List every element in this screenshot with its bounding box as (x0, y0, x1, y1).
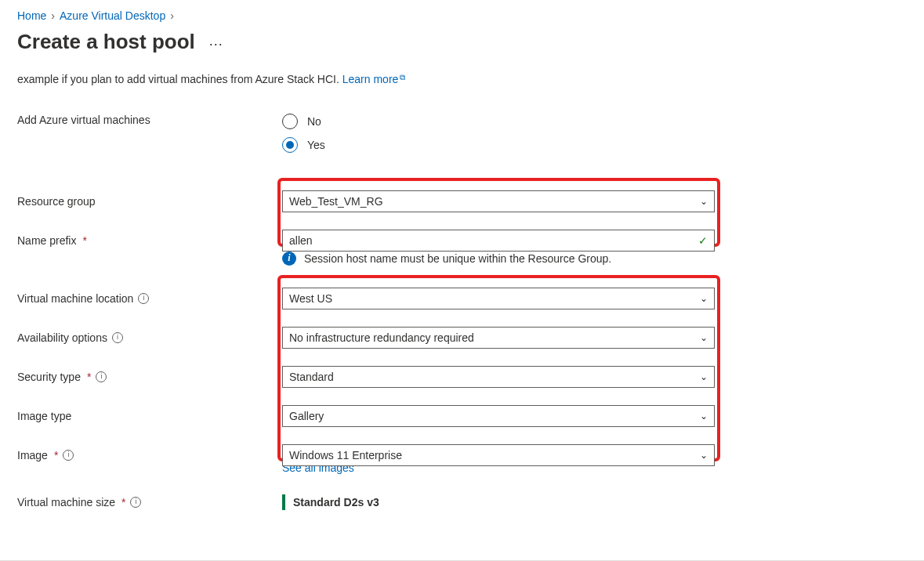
availability-value: No infrastructure redundancy required (289, 331, 474, 344)
breadcrumb-home[interactable]: Home (17, 9, 46, 22)
name-prefix-input[interactable]: allen ✓ (282, 230, 715, 252)
page-title: Create a host pool (17, 30, 195, 54)
label-image-type: Image type (17, 410, 71, 422)
info-icon[interactable]: i (112, 332, 123, 343)
availability-dropdown[interactable]: No infrastructure redundancy required ⌄ (282, 327, 715, 349)
label-name-prefix: Name prefix (17, 234, 76, 247)
chevron-down-icon: ⌄ (700, 196, 708, 207)
image-type-value: Gallery (289, 410, 324, 422)
chevron-down-icon: ⌄ (700, 411, 708, 422)
chevron-down-icon: ⌄ (700, 371, 708, 382)
radio-icon (282, 114, 298, 129)
vm-location-dropdown[interactable]: West US ⌄ (282, 288, 715, 309)
more-actions-button[interactable]: ··· (209, 36, 223, 52)
radio-icon (282, 137, 298, 153)
required-icon: * (82, 234, 86, 247)
info-icon: i (282, 252, 296, 266)
label-availability: Availability options (17, 331, 107, 344)
image-dropdown[interactable]: Windows 11 Enterprise ⌄ (282, 444, 715, 466)
vm-location-value: West US (289, 292, 332, 305)
resource-group-dropdown[interactable]: Web_Test_VM_RG ⌄ (282, 190, 715, 212)
radio-no[interactable]: No (282, 114, 715, 129)
radio-no-label: No (307, 115, 321, 128)
chevron-down-icon: ⌄ (700, 293, 708, 304)
required-icon: * (121, 496, 125, 509)
label-vm-size: Virtual machine size (17, 496, 115, 509)
chevron-down-icon: ⌄ (700, 332, 708, 343)
description-text: example if you plan to add virtual machi… (17, 71, 907, 85)
breadcrumb-avd[interactable]: Azure Virtual Desktop (60, 9, 165, 22)
name-prefix-value: allen (289, 234, 313, 247)
required-icon: * (87, 371, 91, 383)
vm-size-value[interactable]: Standard D2s v3 (282, 494, 715, 510)
image-type-dropdown[interactable]: Gallery ⌄ (282, 405, 715, 427)
required-icon: * (54, 449, 58, 461)
chevron-down-icon: ⌄ (700, 450, 708, 461)
add-vms-radio-group: No Yes (282, 114, 715, 153)
info-note: i Session host name must be unique withi… (282, 252, 907, 266)
chevron-right-icon: › (51, 9, 55, 22)
chevron-right-icon: › (170, 9, 174, 22)
description-prefix: example if you plan to add virtual machi… (17, 73, 342, 85)
info-note-text: Session host name must be unique within … (304, 252, 611, 265)
checkmark-icon: ✓ (698, 234, 708, 247)
learn-more-link[interactable]: Learn more⧉ (342, 73, 406, 85)
label-vm-location: Virtual machine location (17, 292, 133, 305)
info-icon[interactable]: i (96, 371, 107, 382)
label-image: Image (17, 449, 48, 461)
security-type-dropdown[interactable]: Standard ⌄ (282, 366, 715, 388)
resource-group-value: Web_Test_VM_RG (289, 195, 383, 208)
info-icon[interactable]: i (138, 293, 149, 304)
info-icon[interactable]: i (130, 497, 141, 508)
radio-yes[interactable]: Yes (282, 137, 715, 153)
label-add-vms: Add Azure virtual machines (17, 114, 150, 126)
label-security-type: Security type (17, 371, 81, 383)
info-icon[interactable]: i (63, 450, 74, 461)
image-value: Windows 11 Enterprise (289, 449, 402, 461)
radio-yes-label: Yes (307, 139, 325, 151)
breadcrumb: Home › Azure Virtual Desktop › (17, 9, 907, 22)
label-resource-group: Resource group (17, 195, 96, 208)
external-link-icon: ⧉ (400, 73, 405, 82)
security-type-value: Standard (289, 371, 334, 383)
form: Add Azure virtual machines No Yes Resour… (17, 114, 907, 515)
page-title-row: Create a host pool ··· (17, 30, 907, 54)
